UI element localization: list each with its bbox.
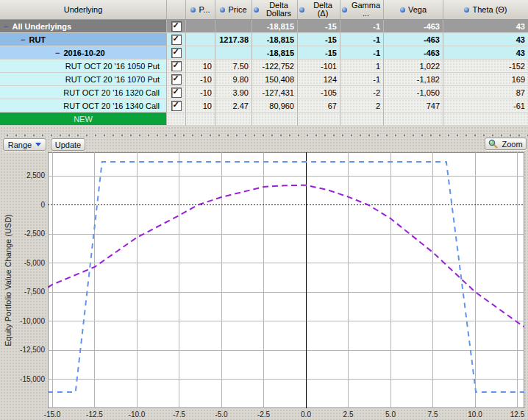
table-row-option-leg[interactable]: RUT OCT 20 '16 1320 Call -10 3.90 -127,4…	[0, 86, 528, 99]
row-label: RUT OCT 20 '16 1320 Call	[0, 86, 167, 99]
x-axis-tick-label: 7.5	[418, 410, 448, 419]
table-header-row: Underlying P... Price Delta Dollars Delt…	[0, 0, 528, 20]
column-header-delta[interactable]: Delta (Δ)	[298, 0, 340, 19]
risk-graph-canvas	[48, 152, 524, 408]
new-row-label[interactable]: NEW	[0, 113, 167, 126]
column-sort-dot-icon	[190, 7, 196, 13]
column-header-position[interactable]: P...	[186, 0, 215, 19]
row-label: All Underlyings	[12, 22, 71, 31]
cell-position	[186, 46, 215, 60]
cell-position	[186, 20, 215, 33]
x-axis-tick-label: 12.5	[503, 410, 528, 419]
cell-gamma: -1	[340, 73, 384, 86]
cell-delta-dollars: -18,815	[252, 33, 298, 46]
column-header-vega[interactable]: Vega	[384, 0, 443, 19]
x-axis-tick-label: 0.0	[291, 410, 321, 419]
cell-delta-dollars: 150,408	[252, 73, 298, 86]
pane-splitter-handle[interactable]	[0, 132, 528, 136]
row-label: RUT OCT 20 '16 1070 Put	[0, 73, 167, 86]
column-header-checkbox[interactable]	[167, 0, 186, 19]
cell-delta: -15	[298, 33, 340, 46]
column-sort-dot-icon	[400, 7, 405, 13]
cell-position: -10	[186, 86, 215, 99]
y-axis-tick-label: -12,500	[0, 346, 45, 354]
cell-delta-dollars: -18,815	[252, 46, 298, 60]
row-checkbox[interactable]	[171, 61, 182, 71]
row-checkbox[interactable]	[171, 21, 182, 32]
y-axis-tick-label: -15,000	[0, 375, 45, 383]
x-axis-tick-label: 10.0	[460, 410, 490, 419]
row-checkbox[interactable]	[171, 74, 182, 85]
row-label: RUT	[29, 35, 46, 44]
cell-vega: -463	[384, 20, 443, 33]
y-axis-tick-label: 2,500	[0, 171, 45, 179]
column-header-underlying[interactable]: Underlying	[0, 0, 167, 19]
x-axis-tick-label: -2.5	[249, 410, 279, 419]
collapse-icon[interactable]	[4, 22, 12, 31]
x-axis-tick-label: -5.0	[207, 410, 236, 419]
row-label: RUT OCT 20 '16 1340 Call	[0, 99, 167, 113]
column-sort-dot-icon	[342, 7, 347, 13]
cell-price	[215, 20, 252, 33]
cell-delta: -105	[298, 86, 340, 99]
y-axis-tick-label: -10,000	[0, 317, 45, 325]
x-axis-tick-label: 2.5	[334, 410, 363, 419]
cell-position: 10	[186, 99, 215, 113]
x-axis-tick-label: 5.0	[376, 410, 405, 419]
cell-price: 9.80	[215, 73, 252, 86]
cell-theta: 43	[443, 20, 528, 33]
cell-delta-dollars: -122,752	[252, 60, 298, 73]
cell-position: -10	[186, 73, 215, 86]
table-row-option-leg[interactable]: RUT OCT 20 '16 1070 Put -10 9.80 150,408…	[0, 73, 528, 86]
row-checkbox[interactable]	[171, 35, 182, 45]
row-checkbox[interactable]	[171, 88, 182, 98]
cell-delta: -15	[298, 20, 340, 33]
column-header-delta-dollars[interactable]: Delta Dollars	[252, 0, 298, 19]
cell-price: 1217.38	[215, 33, 252, 46]
column-sort-dot-icon	[299, 7, 304, 13]
column-sort-dot-icon	[464, 7, 469, 13]
x-axis-tick-label: -12.5	[80, 410, 110, 419]
cell-delta: -101	[298, 60, 340, 73]
cell-gamma: 1	[340, 60, 384, 73]
cell-delta: -15	[298, 46, 340, 60]
cell-delta: 124	[298, 73, 340, 86]
collapse-icon[interactable]	[21, 35, 29, 44]
column-header-gamma[interactable]: Gamma ...	[340, 0, 384, 19]
table-row-expiry-2016-10-20[interactable]: 2016-10-20 -18,815 -15 -1 -463 43	[0, 46, 528, 60]
y-axis-tick-label: -5,000	[0, 259, 45, 267]
table-row-option-leg[interactable]: RUT OCT 20 '16 1050 Put 10 7.50 -122,752…	[0, 60, 528, 73]
table-row-rut[interactable]: RUT 1217.38 -18,815 -15 -1 -463 43	[0, 33, 528, 46]
x-axis-tick-label: -15.0	[38, 410, 67, 419]
cell-theta: -61	[443, 99, 528, 113]
column-header-price[interactable]: Price	[215, 0, 252, 19]
x-axis-tick-label: -10.0	[122, 410, 151, 419]
cell-vega: 747	[384, 99, 443, 113]
cell-price: 7.50	[215, 60, 252, 73]
cell-delta-dollars: -18,815	[252, 20, 298, 33]
trading-risk-analysis-window: Underlying P... Price Delta Dollars Delt…	[0, 0, 528, 420]
column-header-label: Underlying	[64, 6, 103, 14]
cell-price: 3.90	[215, 86, 252, 99]
row-label: 2016-10-20	[63, 49, 104, 57]
table-row-option-leg[interactable]: RUT OCT 20 '16 1340 Call 10 2.47 80,960 …	[0, 99, 528, 113]
cell-price	[215, 46, 252, 60]
cell-price: 2.47	[215, 99, 252, 113]
chart-plot-area[interactable]	[48, 152, 524, 408]
cell-gamma: -1	[340, 33, 384, 46]
cell-theta: 43	[443, 33, 528, 46]
column-header-theta[interactable]: Theta (Θ)	[443, 0, 528, 19]
collapse-icon[interactable]	[55, 49, 63, 57]
cell-gamma: -2	[340, 86, 384, 99]
row-label: RUT OCT 20 '16 1050 Put	[0, 60, 167, 73]
cell-vega: -463	[384, 33, 443, 46]
cell-theta: 169	[443, 73, 528, 86]
cell-delta: 67	[298, 99, 340, 113]
column-sort-dot-icon	[220, 7, 225, 13]
row-checkbox[interactable]	[171, 101, 182, 111]
row-checkbox[interactable]	[171, 48, 182, 58]
cell-vega: -463	[384, 46, 443, 60]
cell-vega: -1,182	[384, 73, 443, 86]
table-row-new[interactable]: NEW	[0, 113, 528, 126]
table-row-all-underlyings[interactable]: All Underlyings -18,815 -15 -1 -463 43	[0, 20, 528, 33]
